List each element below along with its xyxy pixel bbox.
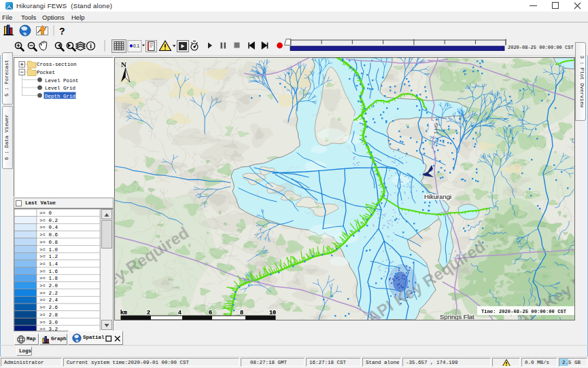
svg-text:Cross-section: Cross-section	[37, 62, 77, 67]
svg-text:>= 0.4: >= 0.4	[39, 225, 58, 230]
svg-text:>= 2.2: >= 2.2	[39, 291, 58, 296]
svg-text:0.1: 0.1	[133, 43, 139, 48]
svg-text:>= 3.2: >= 3.2	[39, 327, 58, 331]
svg-text:Level Grid: Level Grid	[45, 86, 75, 91]
svg-text:SH 1: SH 1	[433, 123, 439, 134]
svg-text:Pocket: Pocket	[37, 70, 55, 75]
svg-text:>= 0.8: >= 0.8	[39, 240, 58, 245]
svg-text:>= 3.0: >= 3.0	[39, 320, 58, 325]
svg-text:Hikurangi: Hikurangi	[424, 193, 451, 200]
svg-text:>= 0.6: >= 0.6	[39, 232, 58, 238]
svg-text:Level Point: Level Point	[45, 78, 79, 84]
svg-text:>= 2.4: >= 2.4	[39, 297, 58, 303]
svg-text:>= 0: >= 0	[39, 210, 52, 216]
svg-text:Time: 2020-08-25 00:00:00 CST: Time: 2020-08-25 00:00:00 CST	[481, 309, 567, 314]
svg-text:>= 2.0: >= 2.0	[39, 283, 58, 289]
svg-text:>= 1.0: >= 1.0	[39, 247, 58, 253]
svg-text:>= 0.2: >= 0.2	[39, 218, 58, 223]
svg-text:i: i	[90, 43, 92, 50]
svg-text:?: ?	[59, 26, 65, 37]
svg-text:>= 2.8: >= 2.8	[39, 312, 58, 318]
svg-text:Depth Grid: Depth Grid	[45, 94, 75, 99]
svg-text:>= 1.4: >= 1.4	[39, 261, 58, 267]
svg-text:>= 1.8: >= 1.8	[39, 276, 58, 281]
svg-text:>= 2.6: >= 2.6	[39, 305, 58, 310]
svg-text:>= 1.2: >= 1.2	[39, 254, 58, 259]
svg-text:Springs Flat: Springs Flat	[440, 313, 474, 320]
svg-text:>= 1.6: >= 1.6	[39, 269, 58, 274]
svg-text:N: N	[121, 60, 126, 69]
svg-text:2020-08-25 00:00:00 CST: 2020-08-25 00:00:00 CST	[508, 45, 574, 50]
